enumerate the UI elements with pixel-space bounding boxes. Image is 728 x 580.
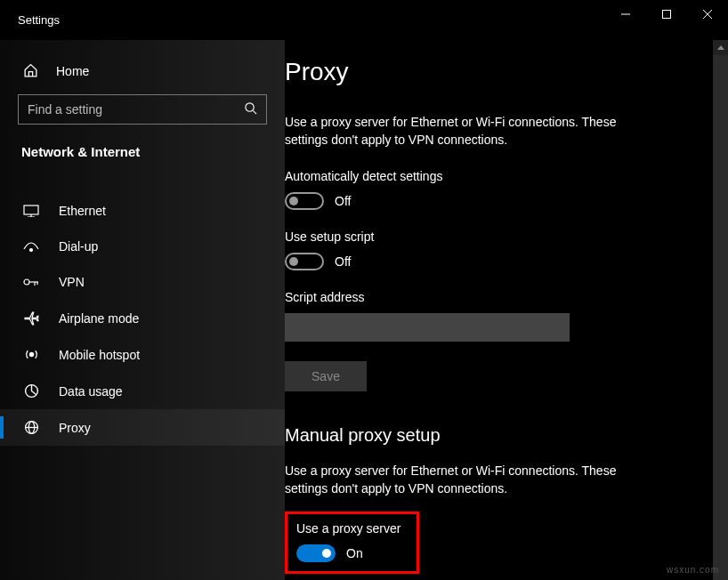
minimize-icon [621,10,630,19]
manual-proxy-heading: Manual proxy setup [285,425,696,446]
sidebar-item-hotspot[interactable]: Mobile hotspot [0,336,285,373]
sidebar-item-label: VPN [59,275,85,289]
sidebar-item-dialup[interactable]: Dial-up [0,229,285,264]
svg-point-10 [24,279,29,285]
auto-detect-state: Off [335,194,351,208]
minimize-button[interactable] [605,0,646,28]
maximize-icon [662,10,671,19]
search-input[interactable] [28,102,244,117]
ethernet-icon [23,205,39,217]
vpn-icon [23,277,39,287]
svg-line-5 [253,110,256,114]
search-icon [244,101,257,118]
titlebar: Settings [0,0,728,40]
setup-script-state: Off [335,254,351,269]
sidebar-item-datausage[interactable]: Data usage [0,373,285,409]
close-icon [703,10,712,19]
setup-script-label: Use setup script [285,230,696,244]
scrollbar[interactable] [713,40,728,580]
manual-proxy-description: Use a proxy server for Ethernet or Wi-Fi… [285,462,659,498]
auto-detect-toggle[interactable] [285,192,324,210]
sidebar: Home Network & Internet Ethernet Dial-up [0,40,285,580]
save-button[interactable]: Save [285,361,367,391]
page-title: Proxy [285,58,696,86]
datausage-icon [23,383,39,399]
scrollbar-up-button[interactable] [713,40,728,55]
airplane-icon [23,310,39,326]
auto-proxy-description: Use a proxy server for Ethernet or Wi-Fi… [285,113,659,149]
window-title: Settings [18,13,60,27]
sidebar-item-label: Airplane mode [59,311,139,326]
home-nav[interactable]: Home [0,58,285,94]
auto-detect-label: Automatically detect settings [285,169,696,183]
script-address-label: Script address [285,290,696,304]
setup-script-toggle[interactable] [285,253,324,270]
sidebar-item-label: Data usage [59,384,123,399]
use-proxy-label: Use a proxy server [296,521,400,536]
search-box[interactable] [18,94,267,125]
svg-rect-1 [663,11,671,19]
sidebar-item-label: Dial-up [59,239,98,254]
sidebar-item-label: Mobile hotspot [59,348,140,362]
hotspot-icon [23,347,39,362]
use-proxy-toggle[interactable] [296,544,336,562]
script-address-input[interactable] [285,313,570,342]
svg-rect-6 [24,205,38,214]
highlight-box: Use a proxy server On [285,512,419,574]
sidebar-item-airplane[interactable]: Airplane mode [0,300,285,336]
sidebar-item-vpn[interactable]: VPN [0,264,285,300]
chevron-up-icon [717,45,724,50]
use-proxy-state: On [346,546,363,560]
maximize-button[interactable] [646,0,687,28]
dialup-icon [23,240,39,253]
category-title: Network & Internet [0,144,285,175]
sidebar-item-proxy[interactable]: Proxy [0,409,285,446]
sidebar-item-ethernet[interactable]: Ethernet [0,193,285,229]
home-label: Home [56,64,89,78]
svg-point-9 [30,249,33,252]
window-controls [605,0,728,28]
main-panel: Proxy Use a proxy server for Ethernet or… [285,40,728,580]
sidebar-item-label: Ethernet [59,204,106,218]
svg-point-4 [246,102,254,110]
sidebar-item-label: Proxy [59,421,91,435]
home-icon [23,63,38,78]
svg-point-14 [29,352,33,356]
proxy-icon [23,420,39,435]
watermark: wsxun.com [667,565,719,575]
close-button[interactable] [687,0,728,28]
